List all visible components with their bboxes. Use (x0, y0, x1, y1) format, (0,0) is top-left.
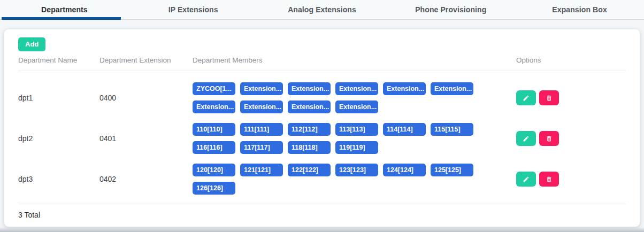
member-badge: 113[113] (335, 123, 378, 136)
department-name-value: dpt2 (18, 134, 33, 143)
header-cell-options: Options (516, 56, 626, 64)
departments-card: Add Department NameDepartment ExtensionD… (4, 29, 640, 227)
member-badge-list: 110[110]111[111]112[112]113[113]114[114]… (193, 123, 481, 154)
cell-department-members: 110[110]111[111]112[112]113[113]114[114]… (193, 123, 516, 154)
member-badge: 116[116] (193, 141, 235, 154)
member-badge: Extension... (240, 100, 283, 113)
tab-expansion-box[interactable]: Expansion Box (515, 0, 644, 19)
delete-button[interactable] (539, 90, 559, 105)
member-badge: 114[114] (383, 123, 426, 136)
cell-department-members: 120[120]121[121]122[122]123[123]124[124]… (193, 164, 516, 195)
member-badge: 122[122] (288, 164, 331, 176)
member-badge: 115[115] (431, 123, 473, 136)
card-bottom-shadow (0, 227, 644, 232)
trash-icon (546, 176, 553, 183)
member-badge: 118[118] (288, 141, 331, 154)
member-badge: Extension... (335, 82, 378, 95)
delete-button[interactable] (539, 131, 559, 146)
pencil-icon (523, 95, 530, 102)
header-cell-department-name: Department Name (18, 56, 99, 64)
member-badge: 120[120] (193, 164, 235, 176)
table-body: dpt10400ZYCOO[1...Extension...Extension.… (18, 71, 626, 204)
member-badge: ZYCOO[1... (193, 82, 235, 95)
member-badge: 119[119] (335, 141, 378, 154)
member-badge: 117[117] (240, 141, 283, 154)
cell-department-name: dpt1 (18, 93, 99, 103)
member-badge: Extension... (288, 100, 331, 113)
member-badge: Extension... (431, 82, 473, 95)
department-extension-value: 0402 (99, 175, 116, 183)
cell-department-members: ZYCOO[1...Extension...Extension...Extens… (193, 82, 516, 113)
member-badge: 123[123] (335, 164, 378, 176)
department-name-value: dpt1 (18, 94, 33, 102)
member-badge: Extension... (288, 82, 331, 95)
cell-department-extension: 0401 (99, 134, 193, 143)
cell-department-name: dpt2 (18, 134, 99, 143)
table-header: Department NameDepartment ExtensionDepar… (18, 56, 626, 71)
options-buttons (516, 131, 626, 146)
member-badge: 112[112] (288, 123, 331, 136)
trash-icon (546, 135, 553, 142)
member-badge: 121[121] (240, 164, 283, 176)
cell-options (516, 131, 626, 146)
tab-analog-extensions[interactable]: Analog Extensions (258, 0, 387, 19)
tab-phone-provisioning[interactable]: Phone Provisioning (386, 0, 515, 19)
department-extension-value: 0401 (99, 134, 116, 143)
edit-button[interactable] (516, 131, 536, 146)
tab-bar: DepartmentsIP ExtensionsAnalog Extension… (0, 0, 644, 20)
cell-options (516, 90, 626, 105)
add-button[interactable]: Add (18, 37, 45, 51)
cell-department-extension: 0402 (99, 174, 193, 184)
header-cell-department-extension: Department Extension (99, 56, 193, 64)
member-badge: Extension... (335, 100, 378, 113)
member-badge-list: ZYCOO[1...Extension...Extension...Extens… (193, 82, 481, 113)
member-badge: 110[110] (193, 123, 235, 136)
cell-department-name: dpt3 (18, 174, 99, 184)
pencil-icon (523, 135, 530, 142)
table-row: dpt30402120[120]121[121]122[122]123[123]… (18, 158, 626, 198)
pencil-icon (523, 176, 530, 183)
member-badge: 111[111] (240, 123, 283, 136)
cell-options (516, 172, 626, 187)
table-row: dpt20401110[110]111[111]112[112]113[113]… (18, 117, 626, 158)
total-count: 3 Total (18, 204, 626, 226)
member-badge-list: 120[120]121[121]122[122]123[123]124[124]… (193, 164, 481, 195)
member-badge: Extension... (193, 100, 235, 113)
tab-departments[interactable]: Departments (0, 0, 129, 19)
department-extension-value: 0400 (99, 94, 116, 102)
trash-icon (546, 95, 553, 102)
tab-ip-extensions[interactable]: IP Extensions (129, 0, 258, 19)
department-name-value: dpt3 (18, 175, 33, 183)
member-badge: Extension... (383, 82, 426, 95)
table-row: dpt10400ZYCOO[1...Extension...Extension.… (18, 76, 626, 117)
cell-department-extension: 0400 (99, 93, 193, 103)
options-buttons (516, 172, 626, 187)
edit-button[interactable] (516, 172, 536, 187)
options-buttons (516, 90, 626, 105)
member-badge: Extension... (240, 82, 283, 95)
header-cell-department-members: Department Members (193, 56, 516, 64)
member-badge: 125[125] (431, 164, 473, 176)
delete-button[interactable] (539, 172, 559, 187)
edit-button[interactable] (516, 90, 536, 105)
member-badge: 126[126] (193, 182, 235, 195)
member-badge: 124[124] (383, 164, 426, 176)
